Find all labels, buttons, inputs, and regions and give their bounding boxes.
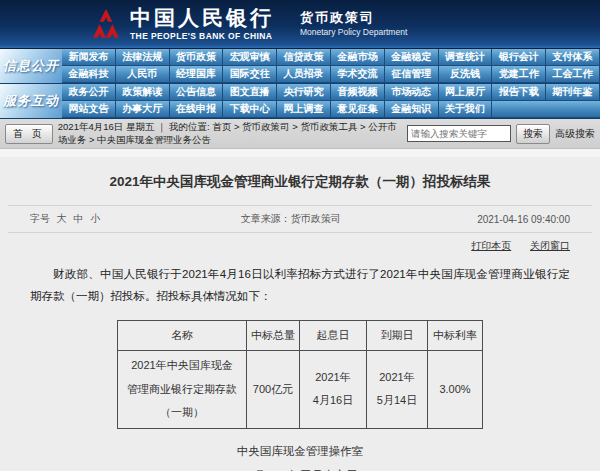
department-name-en: Monetary Policy Department — [300, 27, 407, 37]
nav-item-labor-union[interactable]: 工会工作 — [546, 66, 600, 83]
font-size-label: 字号 — [30, 213, 50, 224]
article-meta-row: 字号 大 中 小 文章来源：货币政策司 2021-04-16 09:40:00 — [8, 205, 592, 233]
nav-item-announcements[interactable]: 公告信息 — [170, 84, 224, 101]
nav-filler — [492, 101, 600, 118]
breadcrumb-date: 2021年4月16日 星期五 ｜ 我的位置: — [58, 121, 213, 132]
font-size-small-button[interactable]: 小 — [90, 213, 100, 224]
nav-item-credit-reporting[interactable]: 征信管理 — [385, 66, 439, 83]
nav-item-periodicals[interactable]: 期刊年鉴 — [546, 84, 600, 101]
start-date-line2: 4月16日 — [302, 389, 364, 413]
nav-item-laws[interactable]: 法律法规 — [116, 49, 170, 66]
search-button[interactable]: 搜索 — [516, 124, 550, 144]
nav-item-policy-interpretation[interactable]: 政策解读 — [116, 84, 170, 101]
nav-item-download-center[interactable]: 下载中心 — [223, 101, 277, 118]
main-navigation: 信息公开 新闻发布 法律法规 货币政策 宏观审慎 信贷政策 金融市场 金融稳定 … — [0, 48, 600, 119]
home-button[interactable]: 首 页 — [5, 124, 53, 144]
col-header-maturity-date: 到期日 — [367, 320, 428, 350]
font-size-large-button[interactable]: 大 — [57, 213, 67, 224]
department-name-cn: 货币政策司 — [300, 11, 407, 25]
nav-item-macroprudential[interactable]: 宏观审慎 — [223, 49, 277, 66]
start-date-line1: 2021年 — [302, 366, 364, 390]
close-window-link[interactable]: 关闭窗口 — [530, 240, 570, 251]
nav-section-services: 服务互动 政务公开 政策解读 公告信息 图文直播 央行研究 音频视频 市场动态 … — [0, 84, 600, 119]
article-body: 财政部、中国人民银行于2021年4月16日以利率招标方式进行了2021年中央国库… — [30, 263, 570, 308]
nav-item-about-us[interactable]: 关于我们 — [439, 101, 493, 118]
table-row: 2021年中央国库现金 管理商业银行定期存款 （一期） 700亿元 2021年 … — [118, 350, 483, 428]
bank-name-en: THE PEOPLE'S BANK OF CHINA — [130, 31, 274, 41]
deposit-name-line2: 管理商业银行定期存款 — [120, 378, 244, 402]
font-size-medium-button[interactable]: 中 — [74, 213, 84, 224]
page-title: 2021年中央国库现金管理商业银行定期存款（一期）招投标结果 — [0, 157, 600, 205]
article-tools: 打印本页 关闭窗口 — [0, 233, 600, 253]
font-size-controls: 字号 大 中 小 — [30, 212, 104, 226]
nav-item-recruitment[interactable]: 人员招录 — [277, 66, 331, 83]
breadcrumb-bar: 首 页 2021年4月16日 星期五 ｜ 我的位置: 首页 > 货币政策司 > … — [0, 119, 600, 149]
nav-item-anti-money-laundering[interactable]: 反洗钱 — [439, 66, 493, 83]
nav-label-info-disclosure: 信息公开 — [0, 49, 62, 83]
nav-item-solicit-opinions[interactable]: 意见征集 — [331, 101, 385, 118]
nav-section-info-disclosure: 信息公开 新闻发布 法律法规 货币政策 宏观审慎 信贷政策 金融市场 金融稳定 … — [0, 49, 600, 84]
site-header: 中国人民银行 THE PEOPLE'S BANK OF CHINA 货币政策司 … — [0, 0, 600, 48]
signature-office: 中央国库现金管理操作室 — [0, 444, 600, 459]
search-input[interactable] — [407, 125, 511, 142]
bank-name-cn: 中国人民银行 — [130, 8, 274, 29]
col-header-rate: 中标利率 — [428, 320, 483, 350]
nav-label-services: 服务互动 — [0, 84, 62, 118]
nav-item-financial-markets[interactable]: 金融市场 — [331, 49, 385, 66]
table-header-row: 名称 中标总量 起息日 到期日 中标利率 — [118, 320, 483, 350]
nav-item-report-download[interactable]: 报告下载 — [492, 84, 546, 101]
maturity-date-line2: 5月14日 — [369, 389, 425, 413]
content-spacer — [0, 149, 600, 157]
nav-item-service-hall[interactable]: 办事大厅 — [116, 101, 170, 118]
nav-item-fintech[interactable]: 金融科技 — [62, 66, 116, 83]
cell-maturity-date: 2021年 5月14日 — [367, 350, 428, 428]
nav-item-online-filing[interactable]: 在线申报 — [170, 101, 224, 118]
nav-item-audio-video[interactable]: 音频视频 — [331, 84, 385, 101]
col-header-amount: 中标总量 — [247, 320, 300, 350]
nav-item-online-exhibition[interactable]: 网上展厅 — [439, 84, 493, 101]
article-source: 文章来源：货币政策司 — [241, 212, 341, 226]
nav-item-payment-systems[interactable]: 支付体系 — [546, 49, 600, 66]
cell-rate: 3.00% — [428, 350, 483, 428]
nav-item-credit-policy[interactable]: 信贷政策 — [277, 49, 331, 66]
nav-item-financial-stability[interactable]: 金融稳定 — [385, 49, 439, 66]
maturity-date-line1: 2021年 — [369, 366, 425, 390]
cell-deposit-name: 2021年中央国库现金 管理商业银行定期存款 （一期） — [118, 350, 247, 428]
advanced-search-link[interactable]: 高级搜索 — [555, 127, 595, 141]
nav-item-monetary-policy[interactable]: 货币政策 — [170, 49, 224, 66]
nav-item-research[interactable]: 央行研究 — [277, 84, 331, 101]
nav-item-news[interactable]: 新闻发布 — [62, 49, 116, 66]
cell-start-date: 2021年 4月16日 — [300, 350, 367, 428]
nav-item-party-building[interactable]: 党建工作 — [492, 66, 546, 83]
nav-item-treasury[interactable]: 经理国库 — [170, 66, 224, 83]
col-header-start-date: 起息日 — [300, 320, 367, 350]
cell-amount: 700亿元 — [247, 350, 300, 428]
nav-item-online-survey[interactable]: 网上调查 — [277, 101, 331, 118]
bid-results-table: 名称 中标总量 起息日 到期日 中标利率 2021年中央国库现金 管理商业银行定… — [117, 320, 483, 429]
department-block: 货币政策司 Monetary Policy Department — [288, 11, 407, 37]
nav-item-statistics[interactable]: 调查统计 — [439, 49, 493, 66]
nav-item-renminbi[interactable]: 人民币 — [116, 66, 170, 83]
breadcrumb: 2021年4月16日 星期五 ｜ 我的位置: 首页 > 货币政策司 > 货币政策… — [58, 121, 402, 147]
deposit-name-line1: 2021年中央国库现金 — [120, 354, 244, 378]
bank-title-block: 中国人民银行 THE PEOPLE'S BANK OF CHINA — [130, 8, 274, 41]
article-datetime: 2021-04-16 09:40:00 — [477, 214, 570, 225]
article-content: 2021年中央国库现金管理商业银行定期存款（一期）招投标结果 字号 大 中 小 … — [0, 157, 600, 452]
pboc-logo-icon — [92, 8, 120, 40]
nav-item-bank-accounting[interactable]: 银行会计 — [492, 49, 546, 66]
nav-item-financial-knowledge[interactable]: 金融知识 — [385, 101, 439, 118]
nav-item-market-dynamics[interactable]: 市场动态 — [385, 84, 439, 101]
deposit-name-line3: （一期） — [120, 401, 244, 425]
nav-item-site-notices[interactable]: 网站文告 — [62, 101, 116, 118]
col-header-name: 名称 — [118, 320, 247, 350]
nav-item-gov-affairs[interactable]: 政务公开 — [62, 84, 116, 101]
nav-item-academic-exchange[interactable]: 学术交流 — [331, 66, 385, 83]
nav-item-live-broadcast[interactable]: 图文直播 — [223, 84, 277, 101]
nav-item-international[interactable]: 国际交往 — [223, 66, 277, 83]
print-page-link[interactable]: 打印本页 — [471, 240, 511, 251]
